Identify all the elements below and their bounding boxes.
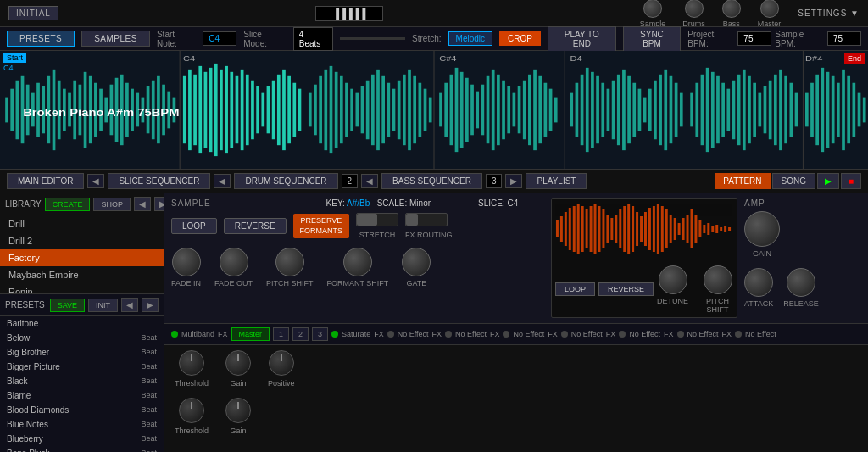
fx-threshold-knob-1[interactable] [179,350,204,376]
create-button[interactable]: CREATE [45,198,91,211]
library-item-drill[interactable]: Drill [0,215,164,232]
release-knob[interactable] [787,268,815,297]
slice-sequencer-tab[interactable]: SLICE SEQUENCER [108,173,210,189]
samples-tab[interactable]: SAMPLES [81,31,150,47]
preset-item-baritone[interactable]: Baritone [0,316,164,331]
pattern-button[interactable]: PATTERN [715,173,770,189]
waveform-area[interactable]: C4 C#4 D4 D#4 Broken Piano A#m 75BPM Sta… [0,51,868,170]
formant-shift-knob[interactable] [343,248,372,276]
reverse-button[interactable]: REVERSE [224,218,287,234]
pitch-shift-knob[interactable] [275,248,304,276]
start-note-label: Start Note: [157,30,196,48]
preset-item-bigbrother[interactable]: Big BrotherBeat [0,345,164,360]
svg-rect-156 [852,83,855,137]
settings-button[interactable]: SETTINGS ▼ [798,8,860,18]
drums-knob[interactable] [685,0,704,18]
fade-out-knob[interactable] [220,248,248,276]
start-note-value[interactable]: C4 [203,31,236,46]
svg-rect-158 [863,98,866,123]
preset-item-blueberry[interactable]: BlueberryBeat [0,432,164,446]
sample-controls: SAMPLE KEY: A#/Bb SCALE: Minor SLICE: C4 [171,198,544,318]
library-item-ronin[interactable]: Ronin [0,283,164,293]
gate-knob[interactable] [402,248,431,276]
bass-seq-prev[interactable]: ◀ [361,174,378,188]
svg-rect-201 [691,209,693,248]
slice-pitch-shift-knob[interactable] [704,265,732,294]
slice-waveform-area[interactable]: LOOP REVERSE DETUNE PITCH SHIFT [551,198,737,318]
sync-bpm-button[interactable]: SYNC BPM [623,26,682,52]
song-button[interactable]: SONG [772,173,815,189]
save-button[interactable]: SAVE [50,299,85,312]
fade-in-knob[interactable] [172,248,201,276]
bass-knob[interactable] [722,0,741,18]
fx-gain-knob-1[interactable] [225,350,251,376]
loop-button[interactable]: LOOP [171,218,217,234]
library-item-factory[interactable]: Factory [0,249,164,266]
svg-rect-119 [648,89,652,131]
fx-label-4: FX [490,330,500,338]
stretch-slider-control[interactable] [356,213,398,226]
preset-item-black[interactable]: BlackBeat [0,374,164,388]
preset-item-blooddiamonds[interactable]: Blood DiamondsBeat [0,403,164,417]
preset-item-biggerpicture[interactable]: Bigger PictureBeat [0,360,164,374]
svg-rect-129 [706,68,709,152]
playlist-tab[interactable]: PLAYLIST [526,173,587,189]
fx-positive-knob[interactable] [269,350,294,376]
svg-rect-52 [277,75,281,145]
sample-knob[interactable] [643,0,662,18]
bass-seq-next[interactable]: ▶ [505,174,522,188]
library-prev[interactable]: ◀ [134,197,151,211]
library-item-maybach[interactable]: Maybach Empire [0,266,164,283]
drum-seq-prev[interactable]: ◀ [214,174,231,188]
fx-routing-slider[interactable] [405,213,448,226]
attack-knob[interactable] [744,268,773,297]
fx-threshold-knob-2[interactable] [179,398,204,423]
preserve-formants-button[interactable]: PRESERVEFORMANTS [293,214,350,238]
slice-loop-button[interactable]: LOOP [555,282,595,296]
bpm-display[interactable]: ▐▐▐▐▐ [315,6,383,21]
shop-button[interactable]: SHOP [93,198,131,211]
stretch-slider[interactable] [340,37,405,40]
stretch-mode-value[interactable]: Melodic [448,31,492,46]
slice-value: C4 [508,198,519,208]
svg-rect-207 [715,225,718,233]
svg-rect-184 [619,209,621,248]
slice-knobs: DETUNE PITCH SHIFT [657,265,733,314]
play-to-end-button[interactable]: PLAY TO END [548,26,616,52]
fx-tab-3[interactable]: 3 [312,327,328,341]
svg-rect-155 [847,76,850,143]
slice-seq-prev[interactable]: ◀ [87,174,104,188]
master-knob-label: Master [758,20,782,28]
presets-tab[interactable]: PRESETS [7,31,75,47]
project-bpm-value[interactable]: 75 [737,31,771,46]
slice-mode-value[interactable]: 4 Beats [293,27,333,51]
presets-prev[interactable]: ◀ [121,298,138,312]
bass-sequencer-tab[interactable]: BASS SEQUENCER [381,173,482,189]
preset-item-blame[interactable]: BlameBeat [0,388,164,403]
stop-button[interactable]: ■ [841,173,861,189]
presets-next[interactable]: ▶ [142,298,159,312]
preset-item-bonepluck[interactable]: Bone PluckBeat [0,446,164,452]
crop-button[interactable]: CROP [499,31,541,46]
main-editor-tab[interactable]: MAIN EDITOR [7,173,84,189]
init-button[interactable]: INIT [88,299,118,312]
sample-bpm-value[interactable]: 75 [827,31,861,46]
fx-tab-2[interactable]: 2 [292,327,309,341]
play-button[interactable]: ▶ [817,173,839,189]
preset-item-bluenotes[interactable]: Blue NotesBeat [0,417,164,432]
fx-gain-knob-2[interactable] [225,398,251,423]
library-item-drill2[interactable]: Drill 2 [0,232,164,249]
svg-rect-180 [602,209,604,248]
svg-rect-120 [654,81,657,140]
slice-reverse-button[interactable]: REVERSE [598,282,654,296]
detune-knob[interactable] [659,265,687,294]
drum-sequencer-tab[interactable]: DRUM SEQUENCER [234,173,337,189]
svg-rect-145 [789,83,793,137]
preset-item-below[interactable]: BelowBeat [0,331,164,345]
master-fx-tab[interactable]: Master [231,327,270,341]
svg-rect-149 [815,75,819,145]
gain-knob[interactable] [744,211,780,247]
svg-rect-47 [251,81,254,140]
master-knob[interactable] [760,0,779,18]
fx-tab-1[interactable]: 1 [273,327,289,341]
